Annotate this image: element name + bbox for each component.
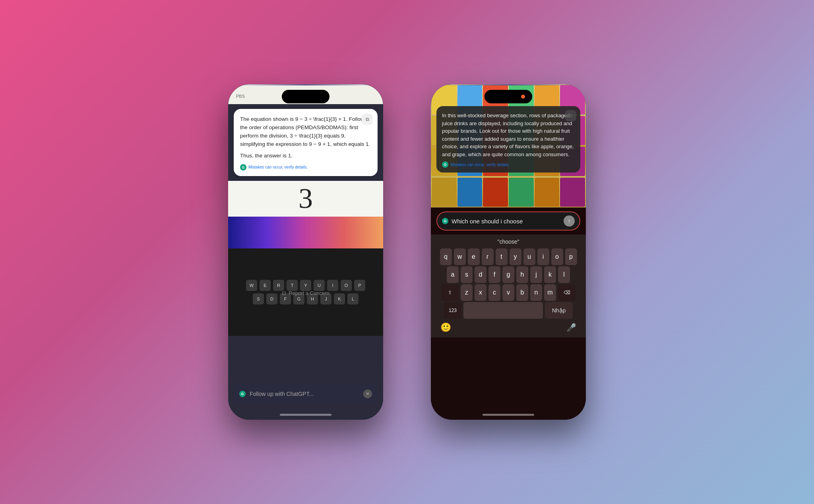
phone-1: PBS ⧉ The equation shown is 9 − 3 ÷ \fra…	[228, 84, 383, 420]
chatgpt-logo: G	[240, 164, 246, 171]
key-k[interactable]: k	[544, 266, 556, 283]
gradient-bar	[228, 217, 383, 248]
phone1-screen: PBS ⧉ The equation shown is 9 − 3 ÷ \fra…	[228, 84, 383, 420]
key-b[interactable]: b	[516, 284, 528, 301]
chatgpt-logo-input: G	[442, 218, 448, 224]
follow-up-text: Follow up with ChatGPT...	[250, 391, 359, 397]
key-u[interactable]: u	[523, 248, 535, 265]
key-R[interactable]: R	[273, 280, 284, 291]
key-s[interactable]: s	[461, 266, 473, 283]
autocomplete-row: "choose"	[432, 237, 584, 247]
key-Y[interactable]: Y	[300, 280, 311, 291]
key-y[interactable]: y	[510, 248, 521, 265]
report-icon: ⊡	[282, 290, 286, 296]
key-T[interactable]: T	[287, 280, 298, 291]
chatgpt-logo-followup: G	[239, 391, 246, 397]
key-o[interactable]: o	[551, 248, 563, 265]
chatgpt-disclaimer-dark: Mistakes can occur, verify details.	[450, 163, 510, 167]
copy-button-dark[interactable]: ⧉	[565, 110, 576, 121]
key-I[interactable]: I	[327, 280, 338, 291]
home-indicator-2	[483, 414, 534, 416]
key-c[interactable]: c	[488, 284, 500, 301]
chat-input-bar[interactable]: G Which one should i choose ↑	[436, 211, 580, 231]
key-p[interactable]: p	[565, 248, 577, 265]
keyboard-phone2: "choose" q w e r t y u i o p a	[431, 235, 586, 337]
chatgpt-footer: G Mistakes can occur, verify details.	[240, 164, 371, 171]
key-a[interactable]: a	[447, 266, 459, 283]
keyboard-area: ⊡ Report a Concern W E R T Y U I O P S	[228, 248, 383, 336]
key-enter[interactable]: Nhập	[545, 302, 573, 319]
number-display: 3	[228, 181, 383, 217]
chatgpt-logo-dark: G	[442, 161, 448, 168]
key-m[interactable]: m	[544, 284, 556, 301]
kb-row-bottom: 123 Nhập	[432, 302, 584, 319]
key-W[interactable]: W	[246, 280, 257, 291]
key-123[interactable]: 123	[444, 302, 461, 319]
phone1-status: PBS	[236, 94, 245, 99]
key-e[interactable]: e	[468, 248, 480, 265]
key-q[interactable]: q	[440, 248, 452, 265]
report-concern[interactable]: ⊡ Report a Concern	[282, 290, 329, 296]
key-P[interactable]: P	[354, 280, 365, 291]
chatgpt-footer-dark: G Mistakes can occur, verify details.	[442, 161, 575, 168]
key-l[interactable]: l	[558, 266, 570, 283]
report-concern-text: Report a Concern	[289, 290, 329, 296]
chatgpt-response-text: The equation shown is 9 − 3 ÷ \frac{1}{3…	[240, 115, 371, 149]
key-S[interactable]: S	[253, 293, 264, 304]
key-backspace[interactable]: ⌫	[558, 284, 576, 301]
chatgpt-answer: Thus, the answer is 1.	[240, 152, 371, 160]
key-D[interactable]: D	[266, 293, 277, 304]
mic-button[interactable]: 🎤	[566, 323, 576, 332]
phones-container: PBS ⧉ The equation shown is 9 − 3 ÷ \fra…	[228, 84, 586, 420]
emoji-mic-row: 🙂 🎤	[432, 320, 584, 335]
key-r[interactable]: r	[482, 248, 494, 265]
key-shift[interactable]: ⇧	[441, 284, 459, 301]
number-value: 3	[298, 182, 313, 215]
dynamic-island-1	[282, 90, 329, 103]
key-n[interactable]: n	[530, 284, 542, 301]
key-v[interactable]: v	[502, 284, 514, 301]
key-K[interactable]: K	[334, 293, 345, 304]
key-U[interactable]: U	[314, 280, 325, 291]
key-h[interactable]: h	[516, 266, 528, 283]
key-O[interactable]: O	[341, 280, 352, 291]
close-followup-button[interactable]: ✕	[363, 390, 372, 398]
dynamic-island-2	[485, 90, 532, 103]
autocomplete-suggestion[interactable]: "choose"	[497, 238, 519, 245]
key-L[interactable]: L	[347, 293, 359, 304]
keyboard-row-1: W E R T Y U I O P	[246, 280, 365, 291]
send-button[interactable]: ↑	[564, 215, 575, 227]
chatgpt-answer-bubble: ⧉ The equation shown is 9 − 3 ÷ \frac{1}…	[234, 109, 378, 176]
chatgpt-store-response: In this well-stocked beverage section, r…	[442, 112, 575, 158]
kb-row-1: q w e r t y u i o p	[432, 248, 584, 265]
follow-up-bar[interactable]: G Follow up with ChatGPT... ✕	[234, 384, 378, 404]
kb-row-3: ⇧ z x c v b n m ⌫	[432, 284, 584, 301]
home-indicator-1	[280, 414, 331, 416]
chatgpt-dark-bubble: ⧉ In this well-stocked beverage section,…	[436, 106, 580, 173]
key-j[interactable]: j	[530, 266, 542, 283]
key-g[interactable]: g	[502, 266, 514, 283]
input-area: G Which one should i choose ↑	[431, 207, 586, 235]
key-w[interactable]: w	[454, 248, 466, 265]
kb-row-2: a s d f g h j k l	[432, 266, 584, 283]
key-t[interactable]: t	[496, 248, 508, 265]
key-space[interactable]	[463, 302, 543, 319]
emoji-button[interactable]: 🙂	[440, 322, 451, 333]
key-x[interactable]: x	[475, 284, 486, 301]
phone-2: ⧉ In this well-stocked beverage section,…	[431, 84, 586, 420]
key-z[interactable]: z	[461, 284, 473, 301]
key-f[interactable]: f	[488, 266, 500, 283]
chatgpt-disclaimer: Mistakes can occur, verify details.	[248, 165, 308, 169]
phone2-screen: ⧉ In this well-stocked beverage section,…	[431, 84, 586, 420]
input-text[interactable]: Which one should i choose	[452, 218, 560, 225]
copy-button[interactable]: ⧉	[362, 114, 373, 125]
key-E[interactable]: E	[260, 280, 271, 291]
key-i[interactable]: i	[537, 248, 549, 265]
key-d[interactable]: d	[475, 266, 486, 283]
